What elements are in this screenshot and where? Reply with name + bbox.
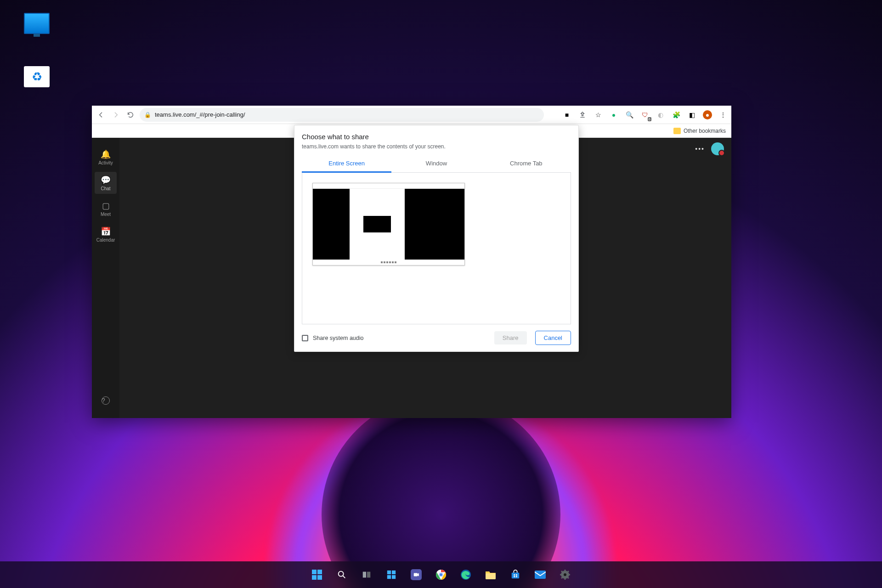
thumb-titlebar (313, 183, 464, 189)
widgets-icon (386, 570, 396, 580)
video-icon: ▢ (102, 201, 110, 211)
taskbar-start[interactable] (307, 565, 327, 585)
url-text: teams.live.com/_#/pre-join-calling/ (155, 111, 245, 118)
svg-rect-7 (414, 573, 418, 577)
teams-icon (411, 569, 422, 580)
taskbar-explorer[interactable] (481, 565, 501, 585)
more-options-icon[interactable]: ••• (695, 145, 705, 153)
recycle-bin-icon (24, 66, 50, 87)
teams-app: 🔔 Activity 💬 Chat ▢ Meet 📅 Calendar ? ••… (92, 138, 731, 418)
sidebar-item-activity[interactable]: 🔔 Activity (95, 146, 117, 168)
forward-button[interactable] (110, 109, 121, 120)
svg-rect-6 (392, 575, 396, 579)
screen-share-dialog: Choose what to share teams.live.com want… (294, 125, 579, 352)
svg-rect-14 (514, 574, 515, 576)
taskbar-edge[interactable] (456, 565, 476, 585)
share-page-icon[interactable] (578, 110, 587, 119)
store-icon (510, 570, 520, 580)
taskbar-search[interactable] (332, 565, 352, 585)
svg-rect-15 (516, 574, 517, 576)
sidebar-label: Activity (98, 160, 113, 165)
sidebar-item-calendar[interactable]: 📅 Calendar (95, 223, 117, 245)
taskbar-store[interactable] (505, 565, 526, 585)
teams-topbar: ••• (695, 142, 724, 155)
sidebar-item-chat[interactable]: 💬 Chat (95, 172, 117, 194)
help-icon: ? (102, 396, 110, 405)
desktop-icon-this-pc[interactable] (18, 13, 55, 36)
bell-icon: 🔔 (101, 149, 111, 159)
svg-point-10 (439, 573, 443, 577)
taskbar-teams[interactable] (406, 565, 426, 585)
taskbar-chrome[interactable] (431, 565, 451, 585)
reload-button[interactable] (125, 109, 136, 120)
camera-icon[interactable]: ■ (562, 110, 571, 119)
teams-sidebar: 🔔 Activity 💬 Chat ▢ Meet 📅 Calendar ? (92, 138, 119, 418)
thumb-taskbar (313, 260, 464, 265)
share-preview-area (302, 173, 571, 324)
tab-entire-screen[interactable]: Entire Screen (302, 155, 391, 173)
chrome-window: 🔒 teams.live.com/_#/pre-join-calling/ ■ … (92, 106, 731, 418)
dialog-tabs: Entire Screen Window Chrome Tab (302, 155, 571, 173)
chat-icon: 💬 (101, 175, 111, 185)
extension-badge: 6 (648, 117, 651, 121)
user-avatar[interactable] (711, 142, 724, 155)
dialog-title: Choose what to share (302, 133, 571, 141)
thumb-body (313, 189, 464, 260)
toolbar-right: ■ ☆ ● 🔍 🛡 6 ◐ 🧩 ◧ ● ⋮ (562, 110, 728, 119)
edge-icon (460, 569, 471, 580)
sidebar-help[interactable]: ? (95, 390, 117, 412)
taskbar-task-view[interactable] (356, 565, 377, 585)
chrome-menu-icon[interactable]: ⋮ (718, 110, 728, 119)
search-icon (337, 570, 347, 580)
taskbar-settings[interactable] (555, 565, 575, 585)
share-button[interactable]: Share (494, 331, 527, 345)
thumb-dark-left (313, 189, 350, 260)
screen-thumbnail[interactable] (312, 183, 465, 266)
chrome-icon (435, 569, 447, 580)
gear-icon (560, 569, 571, 580)
thumb-center (350, 189, 405, 260)
sidebar-label: Chat (101, 186, 110, 191)
thumb-dark-right (405, 189, 464, 260)
svg-rect-2 (367, 572, 370, 578)
task-view-icon (362, 570, 372, 580)
bookmark-star-icon[interactable]: ☆ (594, 110, 603, 119)
windows-taskbar (0, 561, 882, 588)
svg-rect-18 (535, 571, 546, 579)
chrome-toolbar: 🔒 teams.live.com/_#/pre-join-calling/ ■ … (92, 106, 731, 124)
svg-rect-13 (512, 572, 520, 578)
tab-chrome-tab[interactable]: Chrome Tab (481, 155, 571, 172)
teams-main: ••• Choose what to share teams.live.com … (119, 138, 731, 418)
address-bar[interactable]: 🔒 teams.live.com/_#/pre-join-calling/ (140, 108, 544, 122)
svg-rect-16 (514, 576, 515, 577)
share-audio-label: Share system audio (313, 335, 363, 341)
dialog-footer: Share system audio Share Cancel (302, 331, 571, 345)
extension-search-icon[interactable]: 🔍 (625, 110, 634, 119)
sidebar-item-meet[interactable]: ▢ Meet (95, 198, 117, 220)
windows-logo-icon (312, 570, 322, 580)
back-button[interactable] (96, 109, 107, 120)
other-bookmarks-label: Other bookmarks (684, 128, 726, 134)
extension-grammarly-icon[interactable]: ● (609, 110, 618, 119)
cancel-button[interactable]: Cancel (535, 331, 571, 345)
taskbar-widgets[interactable] (381, 565, 401, 585)
monitor-icon (24, 13, 50, 34)
svg-rect-17 (516, 576, 517, 577)
extension-tab-icon[interactable]: ◧ (687, 110, 696, 119)
extension-ublock-icon[interactable]: 🛡 6 (640, 110, 650, 119)
mail-icon (535, 571, 546, 579)
profile-avatar-icon[interactable]: ● (703, 110, 712, 119)
taskbar-mail[interactable] (530, 565, 550, 585)
tab-window[interactable]: Window (391, 155, 481, 172)
share-audio-checkbox[interactable] (302, 335, 308, 341)
calendar-icon: 📅 (101, 226, 111, 237)
dialog-subtitle: teams.live.com wants to share the conten… (302, 143, 571, 150)
extensions-puzzle-icon[interactable]: 🧩 (672, 110, 681, 119)
sidebar-label: Meet (101, 212, 111, 217)
svg-rect-12 (486, 573, 496, 579)
other-bookmarks-folder[interactable]: Other bookmarks (673, 128, 726, 134)
extension-generic-icon[interactable]: ◐ (656, 110, 665, 119)
desktop-icon-recycle-bin[interactable] (18, 66, 55, 89)
folder-icon (485, 570, 496, 579)
svg-rect-3 (387, 571, 391, 574)
